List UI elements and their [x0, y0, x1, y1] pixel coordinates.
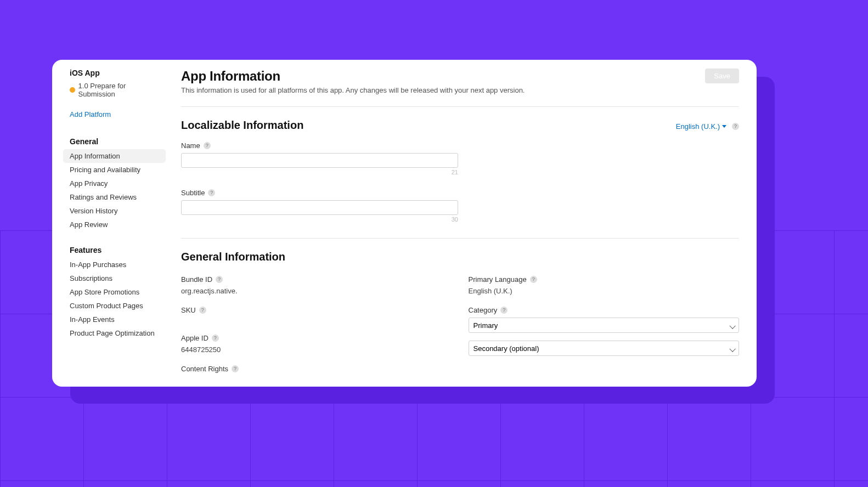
bundle-id-value: org.reactjs.native.: [181, 287, 452, 295]
help-icon[interactable]: ?: [208, 189, 215, 196]
general-info-right-column: Primary Language ? English (U.K.) Catego…: [469, 265, 740, 373]
bundle-id-label: Bundle ID ?: [181, 275, 452, 284]
status-text: 1.0 Prepare for Submission: [78, 82, 161, 98]
section-divider: [181, 106, 739, 107]
subtitle-input[interactable]: [181, 200, 458, 215]
sidebar-app-name: iOS App: [52, 69, 170, 78]
sku-label: SKU ?: [181, 306, 452, 314]
category-label-text: Category: [469, 306, 498, 314]
sidebar-item-ratings-reviews[interactable]: Ratings and Reviews: [63, 190, 166, 204]
chevron-down-icon: [722, 125, 726, 128]
section-divider: [181, 238, 739, 239]
page-title: App Information: [181, 69, 525, 84]
sidebar-item-app-review[interactable]: App Review: [63, 218, 166, 231]
name-char-count: 21: [181, 169, 458, 175]
save-button[interactable]: Save: [705, 69, 739, 83]
help-icon[interactable]: ?: [232, 365, 239, 372]
sidebar-item-subscriptions[interactable]: Subscriptions: [63, 271, 166, 285]
page-description: This information is used for all platfor…: [181, 86, 525, 94]
name-field-label: Name ?: [181, 141, 739, 150]
sidebar-status[interactable]: 1.0 Prepare for Submission: [52, 78, 170, 106]
sidebar-item-product-page-optimization[interactable]: Product Page Optimization: [63, 326, 166, 340]
sidebar-item-app-store-promotions[interactable]: App Store Promotions: [63, 285, 166, 299]
help-icon[interactable]: ?: [204, 142, 211, 149]
sidebar-item-custom-product-pages[interactable]: Custom Product Pages: [63, 299, 166, 313]
help-icon[interactable]: ?: [216, 276, 223, 283]
sidebar-group-features: Features: [52, 231, 170, 258]
name-label-text: Name: [181, 141, 200, 150]
subtitle-char-count: 30: [181, 216, 458, 223]
primary-language-value: English (U.K.): [469, 287, 740, 295]
sidebar-group-general: General: [52, 123, 170, 149]
primary-language-label-text: Primary Language: [469, 275, 527, 284]
help-icon[interactable]: ?: [530, 276, 537, 283]
apple-id-value: 6448725250: [181, 346, 452, 354]
language-selector[interactable]: English (U.K.) ?: [676, 122, 739, 131]
bundle-id-label-text: Bundle ID: [181, 275, 212, 284]
sidebar-item-pricing-availability[interactable]: Pricing and Availability: [63, 163, 166, 177]
category-primary-select[interactable]: Primary: [469, 318, 740, 333]
sidebar-item-in-app-events[interactable]: In-App Events: [63, 313, 166, 326]
help-icon[interactable]: ?: [212, 335, 219, 342]
sku-label-text: SKU: [181, 306, 196, 314]
status-dot-icon: [70, 87, 75, 93]
app-info-card: iOS App 1.0 Prepare for Submission Add P…: [52, 60, 757, 387]
category-label: Category ?: [469, 306, 740, 314]
add-platform-link[interactable]: Add Platform: [52, 106, 170, 123]
primary-language-label: Primary Language ?: [469, 275, 740, 284]
apple-id-label-text: Apple ID: [181, 334, 208, 342]
apple-id-label: Apple ID ?: [181, 334, 452, 342]
main-content: App Information This information is used…: [170, 60, 757, 387]
general-info-left-column: Bundle ID ? org.reactjs.native. SKU ? Ap…: [181, 265, 452, 373]
content-rights-label: Content Rights ?: [181, 365, 452, 373]
sidebar: iOS App 1.0 Prepare for Submission Add P…: [52, 60, 170, 387]
subtitle-label-text: Subtitle: [181, 189, 205, 197]
category-secondary-select[interactable]: Secondary (optional): [469, 341, 740, 356]
sidebar-item-app-privacy[interactable]: App Privacy: [63, 177, 166, 190]
language-selector-label: English (U.K.): [676, 122, 720, 131]
name-input[interactable]: [181, 153, 458, 168]
help-icon[interactable]: ?: [199, 307, 206, 314]
sidebar-item-in-app-purchases[interactable]: In-App Purchases: [63, 258, 166, 271]
help-icon[interactable]: ?: [500, 307, 508, 314]
general-info-section-title: General Information: [181, 251, 285, 263]
localizable-section-title: Localizable Information: [181, 119, 303, 132]
subtitle-field-label: Subtitle ?: [181, 189, 739, 197]
content-rights-label-text: Content Rights: [181, 365, 228, 373]
sidebar-item-app-information[interactable]: App Information: [63, 149, 166, 163]
help-icon[interactable]: ?: [732, 123, 739, 130]
sidebar-item-version-history[interactable]: Version History: [63, 204, 166, 218]
